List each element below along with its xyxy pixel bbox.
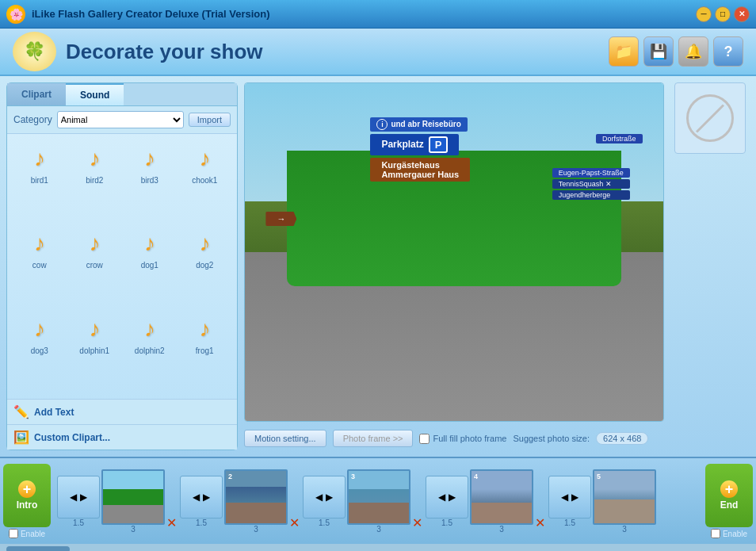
sound-item-dog3[interactable]: ♪ dog3 bbox=[13, 311, 66, 392]
open-folder-button[interactable]: 📁 bbox=[609, 36, 639, 67]
right-panel bbox=[670, 82, 750, 450]
slide-group-5: ◀▶ 1.5 5 3 bbox=[548, 469, 656, 534]
end-section: + End Enable bbox=[705, 464, 753, 538]
music-icon: ♪ bbox=[189, 313, 220, 345]
delete-slide-3[interactable]: ✕ bbox=[412, 516, 422, 530]
maximize-button[interactable]: □ bbox=[715, 6, 731, 22]
app-logo: 🍀 bbox=[13, 32, 56, 71]
main-area: Clipart Sound Category Animal Import ♪ b… bbox=[0, 76, 756, 457]
sound-label: bird2 bbox=[86, 176, 103, 185]
delete-slide-4[interactable]: ✕ bbox=[535, 516, 545, 530]
slide-thumb-4[interactable]: 4 bbox=[470, 469, 533, 525]
sound-item-bird2[interactable]: ♪ bird2 bbox=[69, 140, 121, 222]
end-plus-icon: + bbox=[720, 480, 738, 498]
controls-row: Motion setting... Photo frame >> Full fi… bbox=[244, 427, 664, 450]
intro-plus-icon: + bbox=[18, 480, 36, 498]
music-icon: ♪ bbox=[78, 313, 110, 345]
sound-label: bird3 bbox=[141, 176, 158, 185]
center-panel: i und abr Reisebüro Parkplatz P Kurgäste… bbox=[244, 82, 664, 450]
sound-item-crow[interactable]: ♪ crow bbox=[69, 225, 121, 307]
sound-item-dog1[interactable]: ♪ dog1 bbox=[124, 225, 176, 307]
slide-thumb-3[interactable]: 3 bbox=[347, 469, 410, 525]
intro-enable-row: Enable bbox=[9, 529, 45, 538]
alert-button[interactable]: 🔔 bbox=[678, 36, 708, 67]
category-select[interactable]: Animal bbox=[57, 111, 184, 128]
slide-thumb-1[interactable] bbox=[101, 469, 165, 525]
slide-group-1: ◀▶ 1.5 3 ✕ bbox=[57, 469, 177, 534]
clipart-icon: 🖼️ bbox=[13, 430, 29, 445]
music-icon: ♪ bbox=[24, 143, 55, 174]
intro-section: + Intro Enable bbox=[3, 464, 51, 538]
slide-thumb-5[interactable]: 5 bbox=[593, 469, 656, 525]
delete-slide-1[interactable]: ✕ bbox=[166, 516, 177, 530]
motion-setting-button[interactable]: Motion setting... bbox=[244, 430, 326, 447]
full-fill-row: Full fill photo frame bbox=[419, 434, 506, 444]
music-icon: ♪ bbox=[134, 228, 166, 259]
intro-enable-label: Enable bbox=[21, 530, 45, 538]
transition-4[interactable]: ◀▶ bbox=[426, 476, 468, 518]
sound-item-bird3[interactable]: ♪ bird3 bbox=[124, 140, 176, 222]
add-text-row[interactable]: ✏️ Add Text bbox=[7, 399, 237, 424]
intro-enable-checkbox[interactable] bbox=[9, 529, 18, 538]
end-enable-checkbox[interactable] bbox=[711, 529, 720, 538]
transition-3[interactable]: ◀▶ bbox=[303, 476, 346, 518]
music-icon: ♪ bbox=[189, 228, 220, 259]
help-button[interactable]: ? bbox=[713, 36, 743, 67]
sound-label: crow bbox=[86, 261, 103, 270]
slide-group-4: ◀▶ 1.5 4 3 ✕ bbox=[426, 469, 545, 534]
header-toolbar: 📁 💾 🔔 ? bbox=[609, 36, 743, 67]
minimize-button[interactable]: ─ bbox=[696, 6, 712, 22]
sound-item-bird1[interactable]: ♪ bird1 bbox=[13, 140, 66, 222]
transition-2[interactable]: ◀▶ bbox=[180, 476, 223, 518]
close-button[interactable]: ✕ bbox=[734, 6, 750, 22]
transition-1[interactable]: ◀▶ bbox=[57, 476, 100, 518]
end-button[interactable]: + End bbox=[705, 464, 753, 527]
sound-item-dolphin1[interactable]: ♪ dolphin1 bbox=[69, 311, 121, 392]
slide-thumb-2[interactable]: 2 bbox=[224, 469, 288, 525]
preview-area: i und abr Reisebüro Parkplatz P Kurgäste… bbox=[244, 82, 664, 422]
sound-item-frog1[interactable]: ♪ frog1 bbox=[179, 311, 231, 392]
sound-label: bird1 bbox=[31, 176, 48, 185]
transition-5[interactable]: ◀▶ bbox=[548, 476, 591, 518]
slide-number-3: 3 bbox=[351, 473, 355, 480]
no-preview-box bbox=[674, 82, 746, 154]
sound-item-cow[interactable]: ♪ cow bbox=[13, 225, 66, 307]
save-button[interactable]: 💾 bbox=[643, 36, 674, 67]
photo-frame-button[interactable]: Photo frame >> bbox=[333, 430, 414, 447]
import-button[interactable]: Import bbox=[189, 113, 231, 127]
category-row: Category Animal Import bbox=[7, 106, 237, 134]
intro-label: Intro bbox=[17, 499, 38, 511]
music-icon: ♪ bbox=[134, 143, 166, 174]
category-label: Category bbox=[13, 114, 52, 125]
music-icon: ♪ bbox=[134, 313, 166, 345]
suggest-label: Suggest photo size: bbox=[513, 434, 590, 443]
slide-number-2: 2 bbox=[228, 473, 232, 480]
full-fill-checkbox[interactable] bbox=[419, 434, 430, 444]
sound-label: dog1 bbox=[141, 261, 158, 270]
music-icon: ♪ bbox=[189, 143, 220, 174]
left-panel: Clipart Sound Category Animal Import ♪ b… bbox=[6, 82, 238, 450]
sound-item-dolphin2[interactable]: ♪ dolphin2 bbox=[124, 311, 176, 392]
music-icon: ♪ bbox=[78, 228, 110, 259]
sound-item-chook1[interactable]: ♪ chook1 bbox=[179, 140, 231, 222]
slide-group-2: ◀▶ 1.5 2 3 ✕ bbox=[180, 469, 300, 534]
sound-grid: ♪ bird1 ♪ bird2 ♪ bird3 ♪ chook1 ♪ cow bbox=[7, 134, 237, 399]
tab-clipart[interactable]: Clipart bbox=[7, 83, 66, 105]
sound-label: cow bbox=[32, 261, 47, 270]
custom-clipart-label: Custom Clipart... bbox=[34, 432, 110, 443]
end-enable-label: Enable bbox=[723, 530, 747, 538]
pencil-icon: ✏️ bbox=[13, 404, 29, 419]
suggest-size: 624 x 468 bbox=[596, 432, 648, 445]
full-fill-label: Full fill photo frame bbox=[433, 434, 506, 443]
slide-number-4: 4 bbox=[474, 473, 478, 480]
page-title: Decorate your show bbox=[66, 40, 263, 64]
tab-sound[interactable]: Sound bbox=[66, 83, 124, 105]
slide-group-3: ◀▶ 1.5 3 3 ✕ bbox=[303, 469, 422, 534]
sound-item-dog2[interactable]: ♪ dog2 bbox=[179, 225, 231, 307]
custom-clipart-row[interactable]: 🖼️ Custom Clipart... bbox=[7, 424, 237, 450]
sound-label: frog1 bbox=[196, 346, 214, 355]
music-icon: ♪ bbox=[78, 143, 110, 174]
intro-button[interactable]: + Intro bbox=[3, 464, 51, 527]
tabs-row: Clipart Sound bbox=[7, 83, 237, 106]
delete-slide-2[interactable]: ✕ bbox=[289, 516, 300, 530]
